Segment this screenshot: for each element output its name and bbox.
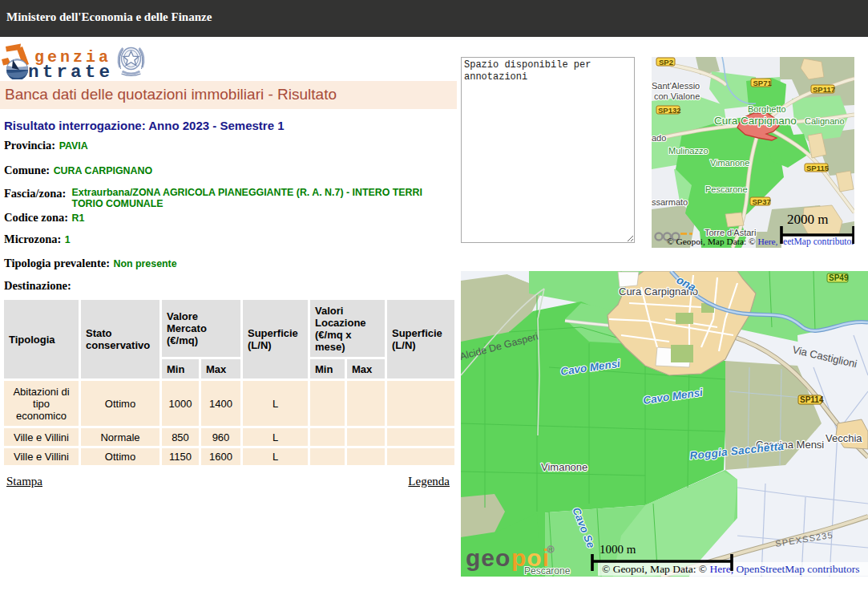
svg-text:1000 m: 1000 m (600, 543, 636, 556)
svg-text:SP71: SP71 (753, 79, 773, 87)
svg-text:R: R (548, 546, 553, 553)
svg-text:Mulinazzo: Mulinazzo (668, 146, 709, 156)
svg-text:Pescarone: Pescarone (705, 184, 748, 194)
svg-text:Sant'Alessio: Sant'Alessio (652, 81, 700, 91)
svg-text:con Vialone: con Vialone (654, 91, 700, 101)
svg-text:SP2: SP2 (659, 58, 673, 67)
svg-text:SP115: SP115 (806, 164, 830, 172)
svg-text:poi: poi (511, 544, 550, 571)
svg-text:Vimanone: Vimanone (710, 158, 749, 168)
svg-text:Vimanone: Vimanone (541, 461, 587, 473)
svg-text:eetMap contributor: eetMap contributor (783, 237, 854, 247)
svg-text:ntrate: ntrate (28, 62, 113, 79)
svg-text:geo: geo (466, 544, 511, 571)
svg-text:SP114: SP114 (800, 395, 824, 404)
svg-text:2000 m: 2000 m (787, 212, 828, 227)
svg-text:SP117: SP117 (813, 85, 835, 94)
svg-text:Calignano: Calignano (805, 116, 845, 126)
svg-text:Vecchia: Vecchia (826, 432, 862, 444)
svg-text:ado: ado (652, 133, 666, 143)
svg-text:ssarmato: ssarmato (652, 197, 688, 207)
svg-text:SP132: SP132 (658, 106, 681, 115)
svg-text:SP49: SP49 (829, 273, 849, 282)
svg-text:Borghetto: Borghetto (748, 104, 786, 114)
svg-text:SP37: SP37 (753, 197, 771, 206)
svg-text:Cura Carpignano: Cura Carpignano (714, 115, 797, 127)
